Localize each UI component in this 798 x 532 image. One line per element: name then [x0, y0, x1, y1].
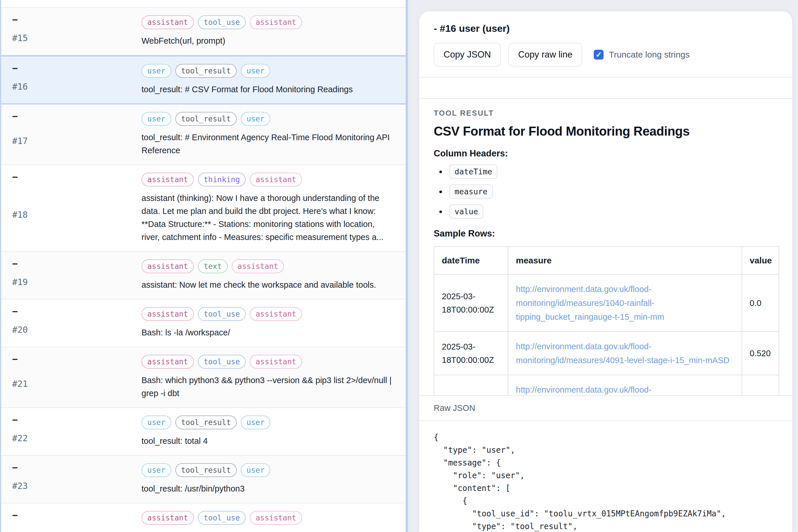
- table-header-cell: value: [742, 247, 779, 274]
- badge-row: usertool_resultuser: [142, 112, 392, 126]
- collapse-toggle[interactable]: −: [12, 258, 18, 269]
- list-item[interactable]: −#15assistanttool_useassistantWebFetch(u…: [1, 8, 406, 56]
- message-index: #23: [12, 480, 28, 491]
- measure-cell: http://environment.data.gov.uk/flood-mon…: [508, 375, 742, 395]
- badge-user: user: [142, 463, 171, 477]
- raw-json-label: Raw JSON: [434, 403, 475, 413]
- table-row: http://environment.data.gov.uk/flood-mon…: [434, 375, 779, 395]
- message-preview: tool_result: # Environment Agency Real-T…: [142, 131, 392, 157]
- detail-panel: - #16 user (user) Copy JSON Copy raw lin…: [419, 11, 793, 532]
- datetime-cell: 2025-03-18T00:00:00Z: [434, 274, 508, 331]
- badge-assistant: assistant: [142, 307, 194, 321]
- badge-row: assistanttool_useassistant: [142, 15, 302, 29]
- list-item[interactable]: −#19assistanttextassistantassistant: Now…: [1, 252, 406, 300]
- message-list[interactable]: −#15assistanttool_useassistantWebFetch(u…: [0, 0, 408, 532]
- list-item-content: usertool_resultusertool_result: total 4: [142, 416, 270, 448]
- column-header-list: •dateTime•measure•value: [434, 165, 778, 218]
- measure-link[interactable]: http://environment.data.gov.uk/flood-mon…: [516, 342, 729, 365]
- badge-user: user: [241, 463, 271, 477]
- list-item-content: assistanttool_useassistantBash: which py…: [142, 355, 392, 400]
- collapse-toggle[interactable]: −: [12, 306, 18, 317]
- message-index: #16: [12, 81, 28, 91]
- column-header-chip: value: [449, 204, 483, 218]
- column-header-item: •dateTime: [439, 165, 778, 179]
- collapse-toggle[interactable]: −: [12, 462, 18, 473]
- collapse-toggle[interactable]: −: [12, 354, 18, 365]
- copy-raw-line-button[interactable]: Copy raw line: [508, 43, 582, 66]
- list-item[interactable]: −#17usertool_resultusertool_result: # En…: [1, 104, 406, 165]
- list-item[interactable]: −assistanttool_useassistant: [1, 504, 406, 532]
- sample-rows-label: Sample Rows:: [434, 228, 778, 239]
- list-item-gutter: −#15: [12, 15, 142, 48]
- detail-header: - #16 user (user) Copy JSON Copy raw lin…: [419, 11, 792, 77]
- collapse-toggle[interactable]: −: [12, 63, 18, 74]
- value-cell: [742, 375, 779, 395]
- collapse-toggle[interactable]: −: [12, 510, 18, 521]
- table-row: 2025-03-18T00:00:00Zhttp://environment.d…: [434, 274, 779, 331]
- badge-row: assistanttextassistant: [142, 259, 376, 273]
- list-item-gutter: −#19: [12, 259, 142, 291]
- column-headers-label: Column Headers:: [434, 148, 778, 159]
- list-item[interactable]: −#16usertool_resultusertool_result: # CS…: [1, 56, 406, 104]
- list-item[interactable]: [1, 0, 406, 8]
- tool-result-heading: CSV Format for Flood Monitoring Readings: [434, 124, 778, 138]
- badge-assistant: assistant: [142, 15, 194, 29]
- detail-toolbar: Copy JSON Copy raw line ✓ Truncate long …: [434, 43, 778, 66]
- truncate-label: Truncate long strings: [609, 50, 689, 60]
- message-index: #22: [12, 433, 28, 443]
- list-item[interactable]: −#21assistanttool_useassistantBash: whic…: [1, 347, 406, 408]
- badge-text: text: [198, 259, 228, 273]
- measure-link[interactable]: http://environment.data.gov.uk/flood-mon…: [516, 385, 652, 395]
- bullet-icon: •: [439, 187, 442, 196]
- badge-assistant: assistant: [250, 511, 302, 525]
- spacer-band: [419, 77, 792, 98]
- badge-tool_use: tool_use: [198, 355, 246, 369]
- collapse-toggle[interactable]: −: [12, 111, 18, 122]
- message-preview: tool_result: /usr/bin/python3: [142, 482, 270, 495]
- collapse-toggle[interactable]: −: [12, 14, 18, 25]
- badge-tool_use: tool_use: [198, 511, 246, 525]
- table-row: 2025-03-18T00:00:00Zhttp://environment.d…: [434, 331, 779, 375]
- value-cell: 0.520: [742, 331, 779, 375]
- list-item-gutter: −#18: [12, 173, 142, 244]
- badge-row: usertool_resultuser: [142, 463, 270, 477]
- tool-result-label: TOOL RESULT: [434, 109, 778, 118]
- copy-json-button[interactable]: Copy JSON: [434, 43, 501, 66]
- badge-row: usertool_resultuser: [142, 416, 270, 429]
- trace-viewer: −#15assistanttool_useassistantWebFetch(u…: [0, 0, 798, 532]
- checkbox-checked-icon[interactable]: ✓: [594, 50, 604, 60]
- measure-link[interactable]: http://environment.data.gov.uk/flood-mon…: [516, 285, 664, 322]
- raw-json-block[interactable]: { "type": "user", "message": { "role": "…: [419, 421, 792, 532]
- message-index: #21: [12, 379, 28, 389]
- truncate-toggle[interactable]: ✓ Truncate long strings: [594, 50, 689, 60]
- badge-assistant: assistant: [142, 173, 194, 187]
- message-preview: assistant (thinking): Now I have a thoro…: [142, 192, 392, 244]
- list-item[interactable]: −#20assistanttool_useassistantBash: ls -…: [1, 300, 406, 347]
- badge-user: user: [142, 64, 171, 78]
- message-index: #18: [12, 210, 28, 220]
- badge-assistant: assistant: [142, 355, 194, 369]
- badge-tool_result: tool_result: [175, 112, 237, 126]
- list-item-content: usertool_resultusertool_result: # CSV Fo…: [142, 64, 353, 96]
- message-index: #20: [12, 324, 28, 335]
- datetime-cell: 2025-03-18T00:00:00Z: [434, 331, 508, 375]
- list-item-gutter: −#17: [12, 112, 142, 157]
- table-header-cell: measure: [508, 247, 742, 274]
- list-item[interactable]: −#22usertool_resultusertool_result: tota…: [1, 408, 406, 456]
- list-item-content: assistanttextassistantassistant: Now let…: [142, 259, 376, 291]
- collapse-toggle[interactable]: −: [12, 171, 18, 183]
- list-item-content: assistantthinkingassistantassistant (thi…: [142, 173, 392, 244]
- bullet-icon: •: [439, 207, 442, 216]
- badge-tool_result: tool_result: [175, 416, 237, 429]
- badge-assistant: assistant: [250, 355, 302, 369]
- list-item-content: usertool_resultusertool_result: /usr/bin…: [142, 463, 270, 495]
- badge-user: user: [241, 416, 271, 429]
- table-header-cell: dateTime: [434, 247, 508, 274]
- list-item-gutter: −#16: [12, 64, 142, 96]
- badge-user: user: [142, 416, 171, 429]
- collapse-toggle[interactable]: −: [12, 414, 18, 425]
- badge-user: user: [241, 112, 271, 126]
- list-item[interactable]: −#23usertool_resultusertool_result: /usr…: [1, 456, 406, 504]
- list-item[interactable]: −#18assistantthinkingassistantassistant …: [1, 165, 406, 252]
- message-preview: Bash: ls -la /workspace/: [142, 326, 302, 339]
